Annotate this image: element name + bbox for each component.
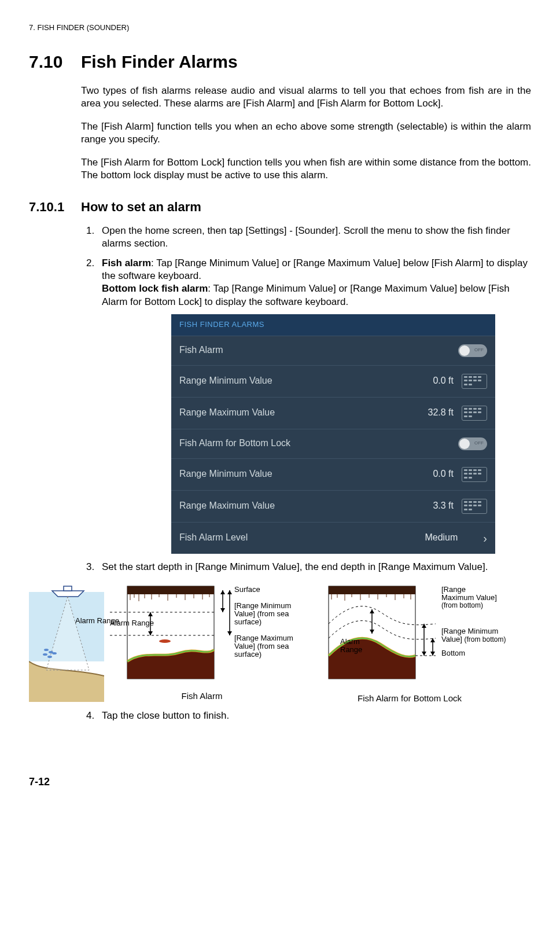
row-label: Fish Alarm Level (179, 532, 248, 544)
row-value: 3.3 ft (433, 500, 454, 512)
row-label: Range Maximum Value (179, 407, 275, 419)
diagram-row: Surface [Range MinimumValue] (from seasu… (29, 580, 531, 704)
fish-alarm-bl-caption: Fish Alarm for Bottom Lock (288, 693, 531, 704)
panel-header: FISH FINDER ALARMS (171, 314, 495, 336)
subsection-title: How to set an alarm (81, 199, 201, 216)
svg-point-6 (52, 652, 57, 654)
step-4: Tap the close button to finish. (97, 709, 531, 722)
svg-marker-28 (220, 590, 225, 594)
step-2b-label: Bottom lock fish alarm (102, 283, 208, 294)
row-label: Range Minimum Value (179, 375, 272, 387)
intro-paragraph-2: The [Fish Alarm] function tells you when… (81, 120, 531, 146)
intro-paragraph-3: The [Fish Alarm for Bottom Lock] functio… (81, 156, 531, 182)
keypad-icon[interactable] (462, 499, 487, 514)
intro-paragraph-1: Two types of fish alarms release audio a… (81, 84, 531, 110)
row-label: Fish Alarm for Bottom Lock (179, 437, 290, 450)
fish-alarm-caption: Fish Alarm (87, 690, 317, 702)
svg-marker-29 (220, 608, 225, 612)
row-fish-alarm-bottom-lock[interactable]: Fish Alarm for Bottom Lock OFF (171, 429, 495, 458)
svg-marker-54 (422, 624, 426, 628)
row-label: Fish Alarm (179, 344, 223, 356)
step-2: Fish alarm: Tap [Range Minimum Value] or… (97, 257, 531, 553)
svg-text:Bottom: Bottom (441, 649, 465, 657)
svg-rect-8 (127, 586, 214, 594)
keypad-icon[interactable] (462, 374, 487, 389)
label-surface: Surface (234, 585, 260, 594)
svg-text:[Range MinimumValue] (from sea: [Range MinimumValue] (from seasurface) (234, 601, 291, 626)
fish-alarm-diagram: Surface [Range MinimumValue] (from seasu… (110, 580, 317, 702)
svg-rect-1 (64, 586, 72, 591)
row-range-min-2[interactable]: Range Minimum Value 0.0 ft (171, 458, 495, 490)
row-fish-alarm-level[interactable]: Fish Alarm Level Medium › (171, 522, 495, 554)
toggle-off-icon[interactable]: OFF (458, 344, 487, 357)
subsection-row: 7.10.1 How to set an alarm (29, 199, 531, 216)
steps-list: Open the home screen, then tap [Settings… (81, 225, 531, 573)
subsection-number: 7.10.1 (29, 199, 81, 216)
row-range-max-1[interactable]: Range Maximum Value 32.8 ft (171, 397, 495, 429)
svg-point-21 (159, 639, 171, 643)
ship-sonar-illustration (29, 580, 104, 702)
svg-marker-32 (227, 631, 232, 635)
svg-point-4 (43, 653, 47, 656)
svg-marker-31 (227, 590, 232, 594)
step-2a-label: Fish alarm (102, 258, 151, 268)
step-3: Set the start depth in [Range Minimum Va… (97, 561, 531, 573)
section-number: 7.10 (29, 50, 81, 73)
label-alarm-range: Alarm Range (75, 616, 121, 626)
row-value: 32.8 ft (428, 407, 454, 419)
svg-text:[Range MaximumValue] (from sea: [Range MaximumValue] (from seasurface) (234, 634, 293, 659)
step-2a-text: : Tap [Range Minimum Value] or [Range Ma… (102, 258, 528, 281)
page-header: 7. FISH FINDER (SOUNDER) (29, 23, 531, 33)
steps-list-cont: Tap the close button to finish. (81, 709, 531, 722)
keypad-icon[interactable] (462, 467, 487, 482)
svg-text:AlarmRange: AlarmRange (340, 637, 362, 654)
svg-point-5 (47, 656, 52, 658)
row-label: Range Minimum Value (179, 468, 272, 480)
row-value: Medium (425, 532, 458, 544)
row-range-min-1[interactable]: Range Minimum Value 0.0 ft (171, 365, 495, 397)
svg-point-2 (44, 649, 49, 651)
row-value: 0.0 ft (433, 468, 454, 480)
keypad-icon[interactable] (462, 406, 487, 421)
row-fish-alarm[interactable]: Fish Alarm OFF (171, 336, 495, 365)
row-value: 0.0 ft (433, 375, 454, 387)
svg-marker-58 (430, 652, 435, 656)
svg-marker-55 (422, 652, 426, 656)
section-title-row: 7.10 Fish Finder Alarms (29, 50, 531, 73)
chevron-right-icon: › (483, 531, 487, 546)
fish-alarm-bottom-lock-diagram: [RangeMaximum Value](from bottom) [Range… (323, 580, 531, 704)
svg-rect-37 (329, 586, 415, 594)
row-label: Range Maximum Value (179, 500, 275, 512)
step-1: Open the home screen, then tap [Settings… (97, 225, 531, 250)
svg-text:[RangeMaximum Value](from bott: [RangeMaximum Value](from bottom) (441, 585, 497, 609)
section-title: Fish Finder Alarms (81, 50, 238, 73)
toggle-off-icon[interactable]: OFF (458, 437, 487, 450)
fish-alarm-settings-panel: FISH FINDER ALARMS Fish Alarm OFF Range … (171, 314, 495, 554)
svg-text:[Range MinimumValue] (from bot: [Range MinimumValue] (from bottom) (441, 627, 506, 643)
row-range-max-2[interactable]: Range Maximum Value 3.3 ft (171, 490, 495, 522)
